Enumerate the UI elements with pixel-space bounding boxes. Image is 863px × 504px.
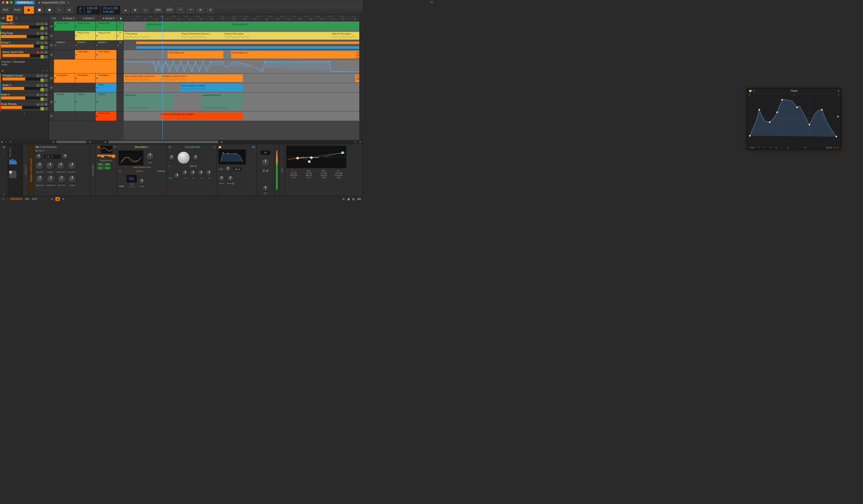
arranger-track[interactable]: House Chords Operator 124bpm <box>124 111 359 121</box>
info-icon[interactable]: ⓘ <box>2 198 4 201</box>
wavetable-display[interactable] <box>118 150 143 165</box>
remote-knob[interactable] <box>36 162 44 171</box>
mod-envelope-display[interactable] <box>218 149 246 164</box>
stop-button[interactable] <box>35 6 44 14</box>
feg-amount-knob[interactable] <box>174 173 180 179</box>
wavetable-name[interactable]: Wavetable <box>135 146 147 148</box>
stop-clip-button[interactable] <box>49 31 54 40</box>
chain-icon[interactable]: ⊘ <box>51 198 53 200</box>
pointer-tool[interactable]: ↖▾ <box>49 15 59 22</box>
mod-rate-knob[interactable] <box>225 166 232 173</box>
playhead[interactable] <box>162 15 163 140</box>
filter-freq[interactable]: 294 Hz <box>190 165 197 167</box>
track-row[interactable]: Rusty Rhodes ● S M ≡ <box>0 102 49 111</box>
filter-reso-knob[interactable] <box>192 154 199 161</box>
eq-band[interactable]: 2 ◇ 0.0 dB 400 Hz 0.71 <box>301 169 316 179</box>
arranger-clip[interactable]: Himalayan Sunset <box>355 74 359 82</box>
wonky-strip[interactable]: WONKY SYNTH PADS <box>28 144 34 196</box>
mute-button[interactable]: M <box>44 103 48 106</box>
empty-clip-slot[interactable] <box>54 111 75 121</box>
scene-scroll[interactable]: ▶ <box>119 15 124 22</box>
steps-display[interactable] <box>97 155 115 158</box>
wavetable-preset[interactable]: Reso Sweep 3oct <box>118 166 165 168</box>
record-arm-button[interactable]: ● <box>36 32 40 35</box>
feg-label[interactable]: FEG <box>168 177 172 179</box>
clip-slot[interactable]: ▶Plug 01 Per... <box>96 31 117 40</box>
project-mini-overview[interactable] <box>9 158 22 166</box>
record-arm-button[interactable]: ● <box>36 41 40 45</box>
arranger-vscroll[interactable] <box>359 15 363 140</box>
eq-band[interactable]: 3 ◇ -5.1 dB 276 Hz 3.09 <box>316 169 331 179</box>
arranger-clip[interactable]: Himalayan Sunset Atmo 1 <box>160 74 243 82</box>
inspector-icon[interactable]: ⋮⋮ <box>43 198 49 200</box>
clip-slot[interactable]: ▶Poly Patter... <box>96 50 117 59</box>
mute-button[interactable]: M <box>44 74 48 78</box>
timeline-ruler[interactable]: 0:100:200:300:400:501:001:101:201:301:40… <box>124 15 359 22</box>
stop-clip-button[interactable] <box>49 83 54 92</box>
group3-strip[interactable]: GROUP 3 <box>23 144 28 196</box>
filter-drive-knob[interactable] <box>168 154 175 161</box>
empty-clip-slot[interactable] <box>54 50 75 59</box>
solo-button[interactable]: S <box>40 32 44 35</box>
undo-button[interactable]: ↶ <box>176 6 185 14</box>
chain-icon[interactable]: ⋯ <box>2 151 5 154</box>
track-row[interactable]: Audio 4 ● S M ≡ <box>0 92 49 102</box>
remote-knob[interactable] <box>68 175 76 184</box>
solo-button[interactable]: S <box>40 41 44 45</box>
remote-knob[interactable] <box>68 162 76 171</box>
crown-icon[interactable]: ♔ <box>3 146 5 149</box>
solo-button[interactable]: S <box>40 22 44 26</box>
track-menu-button[interactable]: ≡ <box>44 26 48 30</box>
lock-icon[interactable]: 🔒 <box>347 198 350 200</box>
solo-button[interactable]: S <box>40 74 44 78</box>
tempo-display[interactable]: 110.00 4/4 <box>85 6 100 14</box>
empty-clip-slot[interactable] <box>54 31 75 40</box>
fx-mix-knob[interactable] <box>261 159 270 167</box>
launcher-hscroll[interactable] <box>57 141 86 143</box>
mix-tab[interactable]: MIX <box>25 198 29 200</box>
remote-knob[interactable] <box>47 175 55 184</box>
clip-slot[interactable]: ▶El <box>117 22 124 31</box>
sub-wave[interactable] <box>127 175 137 182</box>
track-row[interactable]: Group 3 ● S M ≡ <box>0 40 49 50</box>
arranger-clip[interactable]: Electro Beat 01 <box>146 23 231 30</box>
record-arm-button[interactable]: ● <box>36 84 40 87</box>
metronome-button[interactable]: ▲ <box>121 6 130 14</box>
track-menu-button[interactable]: ≡ <box>44 55 48 59</box>
empty-clip-slot[interactable]: ▶Sc <box>117 40 124 50</box>
redo-button[interactable]: ↷ <box>186 6 195 14</box>
record-button[interactable] <box>45 6 54 14</box>
track-row[interactable]: Plug Finga ● S M ≡ <box>0 31 49 40</box>
mixer-icon[interactable]: ⚙ <box>62 198 64 200</box>
keyboard-toggle-icon[interactable]: ⌨ <box>357 198 361 200</box>
timb-button[interactable]: TIMB <box>104 163 111 166</box>
overdub-button[interactable]: ⊞ <box>65 6 74 14</box>
ratio-value[interactable]: 1:1 <box>118 170 122 173</box>
eq-band[interactable]: 4 ◇ +4.8 dB 4.56 kHz 0.36 <box>331 169 346 179</box>
stop-clip-button[interactable] <box>49 74 54 83</box>
mute-button[interactable]: M <box>44 32 48 35</box>
arranger-clip[interactable]: Poly Pattern 02 <box>355 51 359 59</box>
fill-button[interactable]: ◇ <box>141 6 150 14</box>
clip-slot[interactable]: ▶Electro Bea... <box>54 22 75 31</box>
panel-collapse-button[interactable]: ▼ <box>8 141 13 143</box>
record-arm-button[interactable]: ● <box>36 22 40 26</box>
arranger-track[interactable]: 1 PercussivePlug 01 Percussive-bounce-1P… <box>124 31 359 40</box>
window-zoom[interactable] <box>10 1 12 4</box>
track-menu-button[interactable]: ≡ <box>44 78 48 82</box>
fx-label[interactable]: FX <box>261 151 271 155</box>
detail-icon[interactable]: ▦ <box>55 197 60 201</box>
arranger[interactable]: 0:100:200:300:400:501:001:101:201:301:40… <box>124 15 359 140</box>
record-arm-button[interactable]: ● <box>36 103 40 106</box>
empty-clip-slot[interactable]: ▶Scene 4 <box>96 40 117 50</box>
track-row[interactable]: Electro Kit 1 ● S M ≡ <box>0 22 49 31</box>
empty-clip-slot[interactable] <box>117 83 124 92</box>
project-tab-close[interactable]: × <box>67 1 69 4</box>
osc-wave-display[interactable] <box>101 146 112 153</box>
track-menu-button[interactable]: ≡ <box>44 46 48 49</box>
arranger-track[interactable]: Neutro ArpPerc 124bpm <box>124 83 359 92</box>
automation-lane[interactable]: Polymer » WavetableIndex★+ × <box>0 60 49 74</box>
remote-knob[interactable] <box>46 162 54 171</box>
scene-header-cell[interactable]: ▶ Scene 3 <box>79 15 99 22</box>
arranger-track[interactable] <box>124 40 359 50</box>
